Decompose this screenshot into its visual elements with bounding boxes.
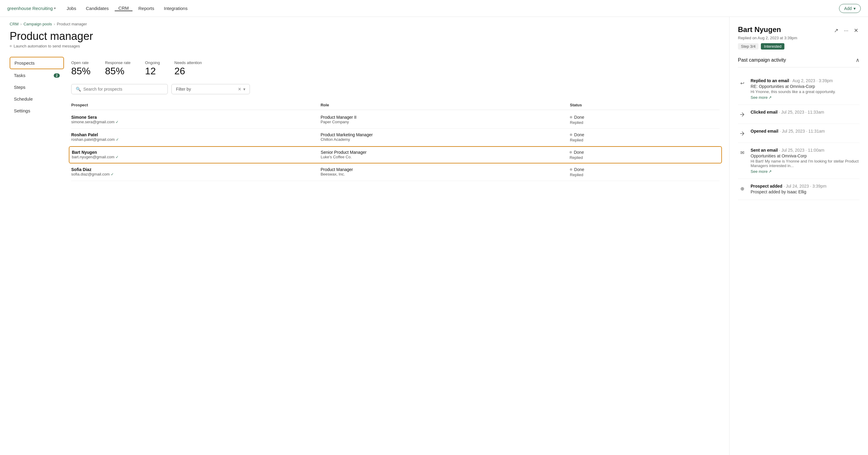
activity-body: Clicked email · Jul 25, 2023 · 11:33am [751,110,860,119]
sidebar-item-prospects[interactable]: Prospects [10,57,64,69]
role-cell-1: Product Marketing Manager Chilton Academ… [320,132,570,142]
breadcrumb-campaign-pools[interactable]: Campaign pools [24,22,52,26]
logo-recruiting: Recruiting [32,6,53,11]
arrow-icon: ↗ [768,169,772,174]
sent-email-icon: ✉ [738,148,746,157]
prospects-table: Prospect Role Status Simone Sera simone.… [71,100,719,181]
status-dot [570,116,572,118]
status-cell-2: Done Replied [569,150,719,160]
expand-button[interactable]: ↗ [833,27,840,34]
sidebar-item-tasks[interactable]: Tasks 2 [10,70,64,81]
activity-item: Opened email · Jul 25, 2023 · 11:31am [738,124,860,143]
nav-item-integrations[interactable]: Integrations [160,6,191,11]
prospect-cell-2: Bart Nyugen bart.nyugen@gmail.com ✓ [72,150,321,160]
page-title: Product manager [0,26,729,44]
stats-row: Open rate 85% Response rate 85% Ongoing … [71,56,719,84]
open-email-icon [738,129,746,138]
email-verified-icon: ✓ [111,172,114,176]
search-icon: 🔍 [76,87,81,91]
table-row[interactable]: Simone Sera simone.sera@gmail.com ✓ Prod… [71,111,719,129]
activity-preview: Hi Bart! My name is Ynonne and I'm looki… [751,159,860,168]
table-row[interactable]: Sofia Diaz sofia.diaz@gmail.com ✓ Produc… [71,164,719,181]
activity-body: Prospect added · Jul 24, 2023 · 3:39pm P… [751,184,860,195]
status-cell-0: Done Replied [570,115,719,125]
breadcrumb-current: Product manager [57,22,87,26]
nav-item-jobs[interactable]: Jobs [63,6,80,11]
header-prospect: Prospect [71,103,320,107]
activity-section: Past campaign activity ∧ ↩ Replied to an… [738,57,860,200]
prospect-cell-1: Roshan Patel roshan.patel@gmail.com ✓ [71,132,320,142]
role-cell-0: Product Manager II Paper Company [320,115,570,125]
email-verified-icon: ✓ [116,120,119,124]
breadcrumb-crm[interactable]: CRM [10,22,19,26]
interested-badge: Interested [761,43,784,50]
activity-item: ↩ Replied to an email · Aug 2, 2023 · 3:… [738,74,860,105]
activity-subject: RE: Opportunities at Omniva-Corp [751,84,860,89]
filter-box[interactable]: Filter by ✕ ▾ [172,84,250,94]
header-role: Role [320,103,570,107]
breadcrumb-sep-1: › [21,22,22,26]
sidebar-item-schedule[interactable]: Schedule [10,93,64,105]
filter-dropdown-icon[interactable]: ▾ [243,87,245,91]
activity-body: Opened email · Jul 25, 2023 · 11:31am [751,129,860,138]
activity-body: Replied to an email · Aug 2, 2023 · 3:39… [751,78,860,100]
activity-body: Sent an email · Jul 25, 2023 · 11:00am O… [751,148,860,174]
panel-subtitle: Replied on Aug 2, 2023 at 3:39pm [738,36,860,40]
main-layout: CRM › Campaign pools › Product manager P… [0,17,868,455]
filter-row: 🔍 Filter by ✕ ▾ [71,84,719,94]
sidebar-item-steps[interactable]: Steps [10,82,64,93]
activity-header: Past campaign activity ∧ [738,57,860,67]
table-row[interactable]: Roshan Patel roshan.patel@gmail.com ✓ Pr… [71,129,719,146]
table-row-selected[interactable]: Bart Nyugen bart.nyugen@gmail.com ✓ Seni… [69,146,722,164]
collapse-activity-button[interactable]: ∧ [856,57,860,63]
search-box[interactable]: 🔍 [71,84,168,94]
activity-preview: Hi Ynonne, this sounds like a a great op… [751,89,860,94]
role-cell-2: Senior Product Manager Luke's Coffee Co. [321,150,570,160]
add-button[interactable]: Add ▾ [839,4,861,13]
add-dropdown-icon: ▾ [854,6,856,11]
role-cell-3: Product Manager Beeswax, Inc. [320,167,570,177]
logo-greenhouse: greenhouse [7,6,31,11]
panel-tags: Step 3/4 Interested [738,43,860,50]
page-subtitle: Launch automation to send messages [0,44,729,56]
tasks-badge: 2 [54,74,60,78]
nav-item-reports[interactable]: Reports [135,6,158,11]
stat-ongoing: Ongoing 12 [145,60,160,77]
see-more-link-0[interactable]: See more ↗ [751,95,860,100]
filter-clear-icon[interactable]: ✕ [238,87,242,91]
step-tag: Step 3/4 [738,43,758,50]
filter-label: Filter by [176,87,236,91]
nav-item-crm[interactable]: CRM [115,5,132,11]
reply-icon: ↩ [738,79,746,87]
breadcrumb-sep-2: › [54,22,55,26]
right-panel: Bart Nyugen ↗ ··· ✕ Replied on Aug 2, 20… [729,17,868,455]
logo: greenhouse Recruiting ▾ [7,6,56,11]
activity-item: ✉ Sent an email · Jul 25, 2023 · 11:00am… [738,143,860,179]
top-navigation: greenhouse Recruiting ▾ Jobs Candidates … [0,0,868,17]
activity-subject: Prospect added by Isaac Ellig [751,190,860,194]
close-button[interactable]: ✕ [852,27,860,34]
activity-item: ⊕ Prospect added · Jul 24, 2023 · 3:39pm… [738,179,860,200]
status-dot [570,168,572,171]
sidebar-item-settings[interactable]: Settings [10,105,64,116]
more-options-button[interactable]: ··· [843,27,849,34]
sidebar-nav: Prospects Tasks 2 Steps Schedule Setting… [10,56,64,181]
activity-item: Clicked email · Jul 25, 2023 · 11:33am [738,105,860,124]
arrow-icon: ↗ [768,95,772,100]
see-more-link-3[interactable]: See more ↗ [751,169,860,174]
email-verified-icon: ✓ [116,138,119,142]
filter-icons: ✕ ▾ [238,87,245,91]
stat-needs-attention: Needs attention 26 [175,60,202,77]
panel-actions: ↗ ··· ✕ [833,27,860,34]
prospect-cell-3: Sofia Diaz sofia.diaz@gmail.com ✓ [71,167,320,177]
logo-dropdown-icon[interactable]: ▾ [54,6,56,10]
activity-title: Past campaign activity [738,57,786,63]
stat-response-rate: Response rate 85% [105,60,131,77]
status-dot [570,134,572,136]
header-status: Status [570,103,719,107]
activity-subject: Opportunities at Omniva-Corp [751,153,860,158]
panel-header: Bart Nyugen ↗ ··· ✕ [738,25,860,34]
stat-open-rate: Open rate 85% [71,60,91,77]
nav-item-candidates[interactable]: Candidates [82,6,112,11]
search-input[interactable] [83,87,163,91]
